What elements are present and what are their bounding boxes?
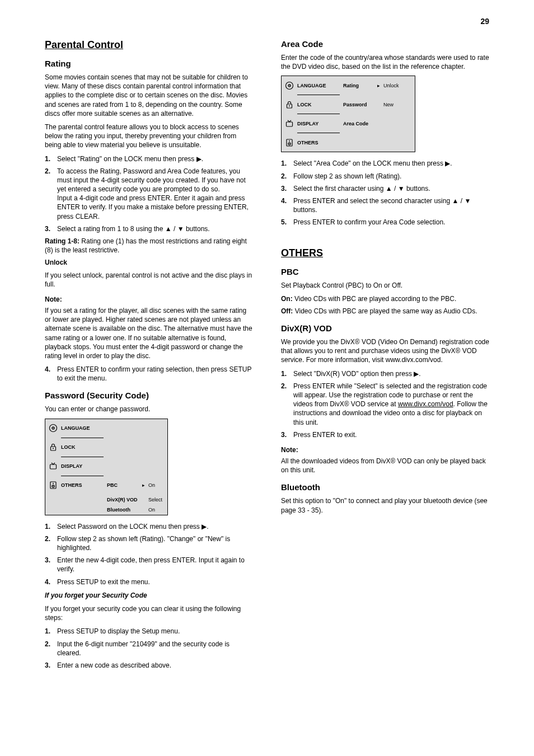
menu-label-display: DISPLAY bbox=[297, 121, 338, 126]
step-text: . bbox=[202, 155, 203, 163]
menu-sub-bluetooth: Bluetooth bbox=[107, 507, 140, 513]
step-number: 2. bbox=[281, 172, 290, 181]
forgot-intro: If you forget your security code you can… bbox=[45, 604, 253, 622]
disc-icon bbox=[45, 419, 61, 438]
menu-row-language[interactable]: LANGUAGE Rating ▸ Unlock bbox=[282, 76, 415, 95]
menu-row-language[interactable]: LANGUAGE bbox=[45, 419, 167, 438]
pbc-on-label: On: bbox=[281, 295, 293, 303]
svg-rect-15 bbox=[287, 122, 293, 126]
rating-range-desc: Rating 1-8: Rating one (1) has the most … bbox=[45, 237, 253, 255]
step-text: Press ENTER and select the second charac… bbox=[293, 197, 452, 205]
svg-point-4 bbox=[53, 448, 54, 449]
unlock-desc: Unlock bbox=[45, 258, 253, 267]
divx-url: www.divx.com/vod bbox=[398, 400, 453, 408]
step-text: buttons. bbox=[186, 225, 210, 233]
pw-step-2: 2. Follow step 2 as shown left (Rating).… bbox=[45, 534, 253, 552]
tv-icon bbox=[282, 114, 297, 133]
step-number: 3. bbox=[45, 224, 54, 233]
step-text: Select Password on the LOCK menu then pr… bbox=[57, 523, 202, 530]
subtitle-rating: Rating bbox=[45, 59, 253, 68]
step-number: 3. bbox=[45, 556, 54, 574]
menu-sub-password: Password bbox=[343, 102, 376, 107]
body-rating-p2: The parental control feature allows you … bbox=[45, 123, 253, 150]
step-number: 4. bbox=[45, 577, 54, 586]
svg-point-7 bbox=[53, 483, 54, 484]
page-number: 29 bbox=[480, 17, 489, 26]
subtitle-password: Password (Security Code) bbox=[45, 391, 253, 400]
step-number: 2. bbox=[45, 640, 54, 658]
menu-label-language: LANGUAGE bbox=[61, 425, 101, 431]
menu-row-lock[interactable]: LOCK bbox=[45, 438, 167, 457]
area-code-p1: Enter the code of the country/area whose… bbox=[281, 53, 489, 71]
subtitle-pbc: PBC bbox=[281, 267, 489, 276]
area-step-1: 1. Select "Area Code" on the LOCK menu t… bbox=[281, 159, 489, 168]
pbc-desc: Set Playback Control (PBC) to On or Off. bbox=[281, 281, 489, 290]
bluetooth-p: Set this option to "On" to connect and p… bbox=[281, 496, 489, 514]
subtitle-divx: DivX(R) VOD bbox=[281, 323, 489, 333]
chevron-right-icon: ▸ bbox=[140, 482, 146, 488]
menu-value-pbc: On bbox=[146, 482, 167, 488]
menu-value-rating: Unlock bbox=[381, 83, 415, 88]
forgot-step-3: 3. Enter a new code as described above. bbox=[45, 661, 253, 670]
step-text: Press ENTER to confirm your rating selec… bbox=[57, 365, 253, 383]
chevron-right-icon: ▸ bbox=[376, 83, 381, 88]
step-text: buttons. bbox=[293, 206, 317, 214]
menu-sub-row-bt[interactable]: Bluetooth On bbox=[45, 505, 167, 515]
note-head: Note: bbox=[281, 446, 489, 454]
left-column: Parental Control Rating Some movies cont… bbox=[45, 39, 253, 673]
menu-row-others[interactable]: OTHERS PBC ▸ On bbox=[45, 476, 167, 495]
up-triangle-icon: ▲ bbox=[386, 185, 392, 192]
step-rating-2: 2. To access the Rating, Password and Ar… bbox=[45, 167, 253, 221]
right-triangle-icon: ▶ bbox=[202, 523, 207, 530]
step-text: . bbox=[207, 523, 208, 530]
section-title-parental-control: Parental Control bbox=[45, 39, 253, 51]
tv-icon bbox=[45, 457, 61, 476]
svg-point-19 bbox=[289, 143, 290, 144]
svg-point-2 bbox=[53, 428, 54, 429]
step-text: Select "Rating" on the LOCK menu then pr… bbox=[57, 155, 196, 163]
divx-step-3: 3. Press ENTER to exit. bbox=[281, 430, 489, 439]
step-number: 1. bbox=[45, 627, 54, 636]
menu-row-lock[interactable]: LOCK Password New bbox=[282, 95, 415, 114]
menu-value-bt: On bbox=[146, 507, 167, 513]
menu-value-password: New bbox=[381, 102, 415, 107]
step-rating-4: 4. Press ENTER to confirm your rating se… bbox=[45, 365, 253, 383]
menu-label-display: DISPLAY bbox=[61, 463, 101, 469]
divx-step-1: 1. Select "DivX(R) VOD" option then pres… bbox=[281, 369, 489, 378]
note-head: Note: bbox=[45, 295, 253, 303]
menu-row-display[interactable]: DISPLAY bbox=[45, 457, 167, 476]
step-text: Input a 4-digit code and press ENTER. En… bbox=[57, 194, 249, 220]
step-text: Select the first character using bbox=[293, 185, 386, 192]
menu-value-divx: Select bbox=[146, 497, 167, 503]
section-title-others: OTHERS bbox=[281, 247, 489, 259]
step-number: 1. bbox=[45, 154, 54, 163]
divx-step-2: 2. Press ENTER while "Select" is selecte… bbox=[281, 382, 489, 427]
svg-point-9 bbox=[53, 486, 54, 487]
step-text: To access the Rating, Password and Area … bbox=[57, 167, 246, 193]
menu-label-others: OTHERS bbox=[61, 482, 101, 488]
menu-sub-row-divx[interactable]: DivX(R) VOD Select bbox=[45, 495, 167, 505]
step-number: 4. bbox=[45, 365, 54, 383]
up-triangle-icon: ▲ bbox=[165, 225, 172, 233]
svg-rect-5 bbox=[50, 464, 57, 469]
svg-point-12 bbox=[289, 85, 290, 86]
speaker-icon bbox=[45, 476, 61, 495]
menu-label-lock: LOCK bbox=[61, 444, 101, 450]
menu-label-lock: LOCK bbox=[297, 102, 338, 107]
unlock-label: Unlock bbox=[45, 259, 67, 266]
body-rating-p1: Some movies contain scenes that may not … bbox=[45, 73, 253, 118]
step-number: 3. bbox=[281, 184, 290, 193]
step-number: 2. bbox=[45, 167, 54, 221]
lock-icon bbox=[282, 95, 297, 114]
step-text: Enter a new code as described above. bbox=[57, 661, 253, 670]
up-triangle-icon: ▲ bbox=[452, 197, 458, 205]
menu-row-others[interactable]: OTHERS bbox=[282, 133, 415, 152]
step-number: 1. bbox=[281, 159, 290, 168]
menu-row-display[interactable]: DISPLAY Area Code bbox=[282, 114, 415, 133]
right-column: Area Code Enter the code of the country/… bbox=[281, 39, 489, 673]
step-number: 1. bbox=[281, 369, 290, 378]
forgot-sub: If you forget your Security Code bbox=[45, 591, 253, 600]
down-triangle-icon: ▼ bbox=[398, 185, 405, 192]
step-number: 2. bbox=[45, 534, 54, 552]
pw-step-4: 4. Press SETUP to exit the menu. bbox=[45, 577, 253, 586]
